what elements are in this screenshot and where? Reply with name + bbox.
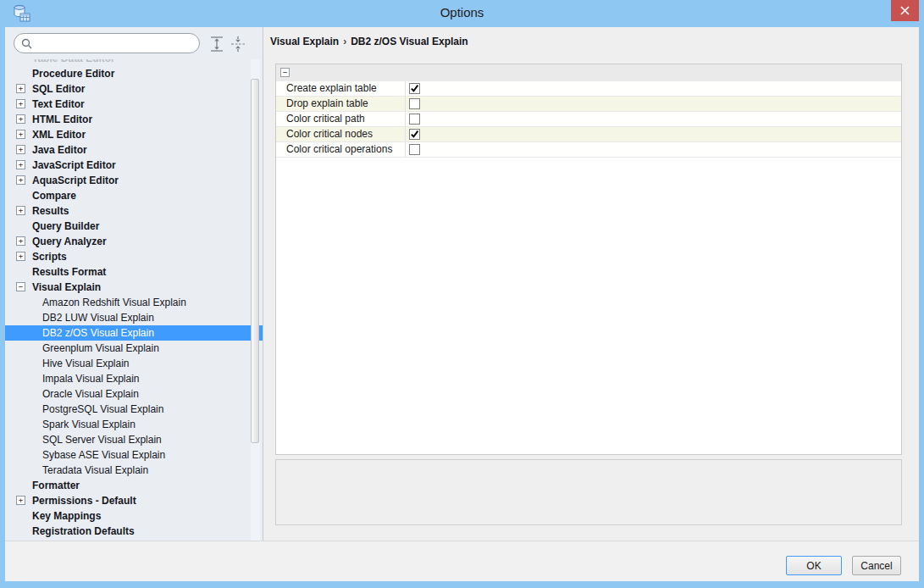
expand-toggle-icon[interactable]: + <box>16 99 25 108</box>
breadcrumb-parent[interactable]: Visual Explain <box>270 36 339 47</box>
sidebar-item-impala-visual-explain[interactable]: Impala Visual Explain <box>5 371 263 386</box>
sidebar-item-label: AquaScript Editor <box>32 175 119 186</box>
search-box[interactable] <box>14 33 200 53</box>
sidebar-item-table-data-editor[interactable]: Table Data Editor <box>5 59 263 66</box>
expand-toggle-icon[interactable]: + <box>16 84 25 93</box>
checkbox-unchecked[interactable] <box>409 98 420 109</box>
option-value-cell <box>406 127 901 141</box>
sidebar-item-visual-explain[interactable]: −Visual Explain <box>5 280 263 295</box>
sidebar-item-sql-editor[interactable]: +SQL Editor <box>5 81 263 97</box>
options-tree: Table Data EditorProcedure Editor+SQL Ed… <box>5 59 263 541</box>
collapse-toggle-icon[interactable]: − <box>16 282 25 291</box>
search-input[interactable] <box>36 37 192 49</box>
breadcrumb-current: DB2 z/OS Visual Explain <box>351 36 468 47</box>
sidebar-item-amazon-redshift-visual-explain[interactable]: Amazon Redshift Visual Explain <box>5 295 263 310</box>
sidebar-item-java-editor[interactable]: +Java Editor <box>5 142 263 158</box>
expand-toggle-icon[interactable]: + <box>16 252 25 261</box>
sidebar-item-postgresql-visual-explain[interactable]: PostgreSQL Visual Explain <box>5 402 263 417</box>
expand-toggle-icon[interactable]: + <box>16 206 25 215</box>
option-row: Create explain table <box>276 81 901 97</box>
group-header: − <box>276 64 901 81</box>
sidebar-item-label: Results <box>32 205 69 217</box>
sidebar-item-registration-defaults[interactable]: Registration Defaults <box>5 524 263 539</box>
sidebar-item-label: Key Mappings <box>32 510 101 522</box>
sidebar-item-label: Scripts <box>32 251 67 263</box>
checkbox-checked[interactable] <box>409 129 420 140</box>
sidebar-item-label: Registration Defaults <box>32 525 135 537</box>
sidebar-item-results-format[interactable]: Results Format <box>5 264 263 280</box>
footer: OK Cancel <box>5 541 919 581</box>
expand-toggle-icon[interactable]: + <box>16 236 25 246</box>
sidebar-item-label: PostgreSQL Visual Explain <box>42 403 163 415</box>
sidebar-item-query-analyzer[interactable]: +Query Analyzer <box>5 234 263 249</box>
group-collapse-toggle-icon[interactable]: − <box>280 68 290 77</box>
sidebar-item-label: SQL Server Visual Explain <box>42 434 162 446</box>
sidebar-item-procedure-editor[interactable]: Procedure Editor <box>5 66 263 81</box>
search-row <box>5 27 263 59</box>
option-row: Color critical operations <box>276 142 901 158</box>
sidebar-item-label: Greenplum Visual Explain <box>42 342 159 354</box>
sidebar-item-xml-editor[interactable]: +XML Editor <box>5 127 263 142</box>
close-icon <box>900 6 910 15</box>
sidebar-item-label: Java Editor <box>32 144 87 156</box>
sidebar-item-results[interactable]: +Results <box>5 203 263 219</box>
sidebar-item-hive-visual-explain[interactable]: Hive Visual Explain <box>5 356 263 371</box>
sidebar-item-label: Procedure Editor <box>32 68 114 80</box>
sidebar-item-db2-z-os-visual-explain[interactable]: DB2 z/OS Visual Explain <box>5 325 263 341</box>
options-table: − Create explain tableDrop explain table… <box>275 64 902 455</box>
sidebar-item-permissions-default[interactable]: +Permissions - Default <box>5 493 263 508</box>
description-box <box>275 459 902 525</box>
sidebar-item-text-editor[interactable]: +Text Editor <box>5 97 263 112</box>
expand-toggle-icon[interactable]: + <box>16 130 25 139</box>
sidebar-item-sql-server-visual-explain[interactable]: SQL Server Visual Explain <box>5 432 263 447</box>
content-panel: Visual Explain›DB2 z/OS Visual Explain −… <box>263 27 919 541</box>
main-area: Table Data EditorProcedure Editor+SQL Ed… <box>5 27 919 541</box>
sidebar-item-label: HTML Editor <box>32 114 92 125</box>
sidebar-item-label: Sybase ASE Visual Explain <box>42 449 165 461</box>
expand-toggle-icon[interactable]: + <box>16 145 25 154</box>
sidebar-item-label: SQL Editor <box>32 83 85 95</box>
tree-scrollbar-thumb[interactable] <box>251 79 259 443</box>
sidebar-item-label: DB2 LUW Visual Explain <box>42 312 154 324</box>
sidebar-item-oracle-visual-explain[interactable]: Oracle Visual Explain <box>5 386 263 402</box>
expand-toggle-icon[interactable]: + <box>16 160 25 169</box>
expand-toggle-icon[interactable]: + <box>16 496 25 505</box>
cancel-button[interactable]: Cancel <box>852 556 901 575</box>
option-row: Color critical path <box>276 112 901 127</box>
sidebar-item-db2-luw-visual-explain[interactable]: DB2 LUW Visual Explain <box>5 310 263 325</box>
sidebar-item-javascript-editor[interactable]: +JavaScript Editor <box>5 158 263 173</box>
option-row: Color critical nodes <box>276 127 901 142</box>
sidebar-item-label: Spark Visual Explain <box>42 419 136 430</box>
sidebar-item-aquascript-editor[interactable]: +AquaScript Editor <box>5 173 263 188</box>
close-button[interactable] <box>891 0 919 21</box>
sidebar-item-compare[interactable]: Compare <box>5 188 263 203</box>
sidebar-item-label: DB2 z/OS Visual Explain <box>42 327 154 339</box>
sidebar-item-scripts[interactable]: +Scripts <box>5 249 263 264</box>
options-window: Options Table Data EditorProcedure Edito… <box>0 0 924 588</box>
option-value-cell <box>406 142 901 157</box>
collapse-all-button[interactable] <box>230 36 246 53</box>
sidebar-item-label: Query Analyzer <box>32 236 107 247</box>
checkbox-unchecked[interactable] <box>409 144 420 155</box>
option-label: Color critical operations <box>276 142 406 157</box>
checkbox-checked[interactable] <box>409 83 420 94</box>
sidebar-item-html-editor[interactable]: +HTML Editor <box>5 112 263 127</box>
sidebar-item-greenplum-visual-explain[interactable]: Greenplum Visual Explain <box>5 341 263 356</box>
expand-toggle-icon[interactable]: + <box>16 114 25 124</box>
expand-toggle-icon[interactable]: + <box>16 175 25 185</box>
sidebar-item-key-mappings[interactable]: Key Mappings <box>5 508 263 524</box>
sidebar-item-formatter[interactable]: Formatter <box>5 478 263 493</box>
sidebar-item-spark-visual-explain[interactable]: Spark Visual Explain <box>5 417 263 432</box>
sidebar-item-query-builder[interactable]: Query Builder <box>5 219 263 234</box>
titlebar: Options <box>0 0 924 27</box>
ok-button[interactable]: OK <box>786 556 842 575</box>
breadcrumb: Visual Explain›DB2 z/OS Visual Explain <box>270 36 468 47</box>
sidebar-item-teradata-visual-explain[interactable]: Teradata Visual Explain <box>5 463 263 478</box>
sidebar-item-sybase-ase-visual-explain[interactable]: Sybase ASE Visual Explain <box>5 447 263 463</box>
window-title: Options <box>0 0 924 27</box>
sidebar-item-label: Impala Visual Explain <box>42 373 140 385</box>
checkbox-unchecked[interactable] <box>409 114 420 125</box>
expand-all-button[interactable] <box>208 36 225 53</box>
collapse-all-icon <box>230 36 246 53</box>
expand-all-icon <box>208 36 225 53</box>
